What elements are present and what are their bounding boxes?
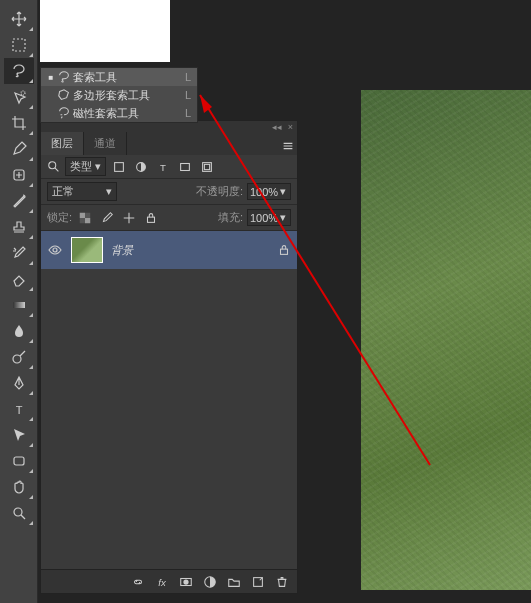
flyout-item-label: 套索工具: [73, 70, 179, 85]
layer-row[interactable]: 背景: [41, 231, 297, 269]
fill-input[interactable]: 100%▾: [247, 209, 291, 226]
lasso-flyout-menu: ■ 套索工具 L 多边形套索工具 L 磁性套索工具 L: [40, 67, 198, 123]
crop-tool[interactable]: [4, 110, 34, 136]
selected-dot-icon: ■: [47, 73, 55, 82]
eyedropper-tool[interactable]: [4, 136, 34, 162]
lock-transparent-icon[interactable]: [76, 209, 94, 227]
visibility-eye-icon[interactable]: [47, 242, 63, 258]
type-tool[interactable]: T: [4, 396, 34, 422]
layer-filter-row: 类型▾ T: [41, 155, 297, 179]
filter-kind-select[interactable]: 类型▾: [65, 157, 106, 176]
svg-rect-18: [80, 218, 85, 223]
svg-rect-21: [281, 249, 288, 254]
layer-lock-icon[interactable]: [277, 243, 291, 257]
svg-text:fx: fx: [158, 576, 167, 587]
history-brush-tool[interactable]: [4, 240, 34, 266]
marquee-tool[interactable]: [4, 32, 34, 58]
svg-text:T: T: [160, 161, 166, 172]
opacity-input[interactable]: 100%▾: [247, 183, 291, 200]
gradient-tool[interactable]: [4, 292, 34, 318]
svg-point-20: [53, 248, 57, 252]
svg-rect-17: [85, 212, 90, 217]
blend-mode-select[interactable]: 正常▾: [47, 182, 117, 201]
fill-label: 填充:: [218, 210, 243, 225]
canvas-area[interactable]: [361, 90, 531, 590]
new-adjustment-icon[interactable]: [199, 573, 221, 591]
lock-label: 锁定:: [47, 210, 72, 225]
lasso-icon: [55, 70, 73, 84]
lock-position-icon[interactable]: [120, 209, 138, 227]
panel-close-icon[interactable]: ×: [288, 122, 293, 132]
filter-adjust-icon[interactable]: [132, 158, 150, 176]
flyout-item-key: L: [179, 89, 191, 101]
panel-tabs: 图层 通道: [41, 133, 297, 155]
delete-layer-icon[interactable]: [271, 573, 293, 591]
layers-list: 背景: [41, 231, 297, 569]
filter-kind-label: 类型: [70, 159, 92, 174]
svg-point-7: [14, 508, 22, 516]
polygonal-lasso-icon: [55, 88, 73, 102]
new-group-icon[interactable]: [223, 573, 245, 591]
panel-menu-icon[interactable]: [279, 137, 297, 155]
lasso-tool[interactable]: [4, 58, 34, 84]
flyout-lasso[interactable]: ■ 套索工具 L: [41, 68, 197, 86]
shape-tool[interactable]: [4, 448, 34, 474]
layers-footer: fx: [41, 569, 297, 593]
filter-pixel-icon[interactable]: [110, 158, 128, 176]
layer-mask-icon[interactable]: [175, 573, 197, 591]
hand-tool[interactable]: [4, 474, 34, 500]
layer-name[interactable]: 背景: [111, 243, 269, 258]
svg-rect-6: [14, 457, 24, 465]
new-layer-icon[interactable]: [247, 573, 269, 591]
lock-all-icon[interactable]: [142, 209, 160, 227]
blur-tool[interactable]: [4, 318, 34, 344]
tab-layers[interactable]: 图层: [41, 132, 84, 155]
svg-point-1: [21, 91, 25, 95]
magnetic-lasso-icon: [55, 106, 73, 120]
eraser-tool[interactable]: [4, 266, 34, 292]
chevron-down-icon: ▾: [106, 185, 112, 198]
filter-type-icon[interactable]: T: [154, 158, 172, 176]
opacity-label: 不透明度:: [196, 184, 243, 199]
svg-rect-15: [80, 212, 85, 217]
lock-row: 锁定: 填充: 100%▾: [41, 205, 297, 231]
brush-tool[interactable]: [4, 188, 34, 214]
opacity-value: 100%: [250, 186, 278, 198]
svg-marker-28: [200, 95, 212, 113]
lock-paint-icon[interactable]: [98, 209, 116, 227]
chevron-down-icon: ▾: [280, 185, 286, 198]
filter-search-icon[interactable]: [47, 160, 61, 174]
svg-point-4: [13, 355, 21, 363]
flyout-polygonal-lasso[interactable]: 多边形套索工具 L: [41, 86, 197, 104]
layer-thumbnail[interactable]: [71, 237, 103, 263]
path-select-tool[interactable]: [4, 422, 34, 448]
tools-toolbar: T: [0, 0, 38, 603]
svg-rect-14: [204, 164, 209, 169]
filter-smart-icon[interactable]: [198, 158, 216, 176]
panel-collapse-icon[interactable]: ◂◂: [272, 122, 282, 132]
svg-text:T: T: [15, 404, 22, 416]
svg-rect-0: [13, 39, 25, 51]
svg-point-8: [49, 161, 56, 168]
pen-tool[interactable]: [4, 370, 34, 396]
blend-row: 正常▾ 不透明度: 100%▾: [41, 179, 297, 205]
blend-mode-value: 正常: [52, 184, 74, 199]
flyout-item-key: L: [179, 71, 191, 83]
svg-rect-19: [148, 217, 155, 222]
move-tool[interactable]: [4, 6, 34, 32]
svg-point-24: [183, 579, 188, 584]
link-layers-icon[interactable]: [127, 573, 149, 591]
stamp-tool[interactable]: [4, 214, 34, 240]
document-thumbnail-area: [40, 0, 170, 62]
healing-tool[interactable]: [4, 162, 34, 188]
svg-rect-9: [115, 162, 124, 171]
fill-value: 100%: [250, 212, 278, 224]
svg-rect-3: [13, 302, 25, 308]
layer-fx-icon[interactable]: fx: [151, 573, 173, 591]
dodge-tool[interactable]: [4, 344, 34, 370]
filter-shape-icon[interactable]: [176, 158, 194, 176]
zoom-tool[interactable]: [4, 500, 34, 526]
flyout-magnetic-lasso[interactable]: 磁性套索工具 L: [41, 104, 197, 122]
quick-select-tool[interactable]: [4, 84, 34, 110]
tab-channels[interactable]: 通道: [84, 132, 127, 155]
